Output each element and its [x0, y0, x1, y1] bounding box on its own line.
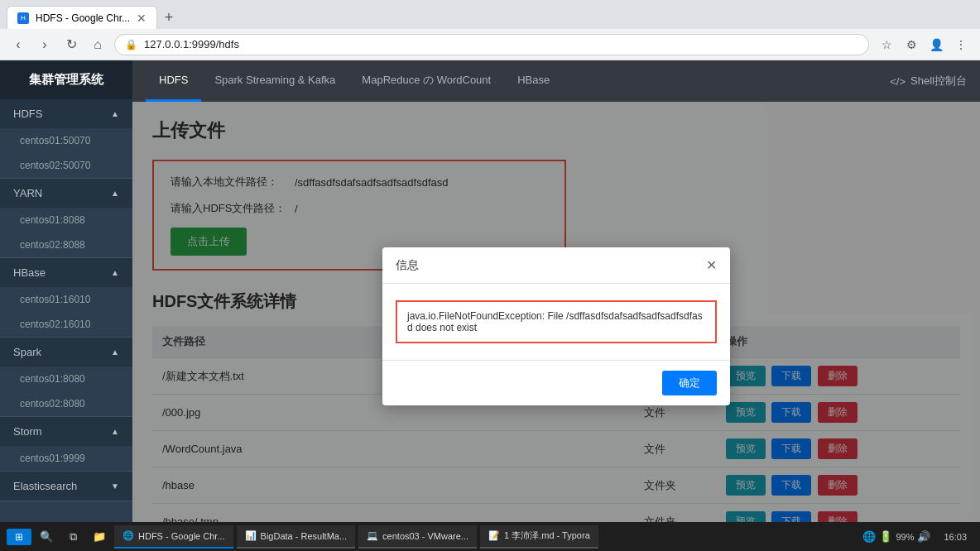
battery-icon[interactable]: 🔋: [879, 530, 892, 543]
sidebar-section-elasticsearch: Elasticsearch ▼: [0, 472, 132, 501]
sidebar-item-centos02-8088[interactable]: centos02:8088: [0, 232, 132, 257]
chevron-down-icon-es: ▼: [111, 482, 119, 491]
taskbar-bigdata-app[interactable]: 📊 BigData - ResultMa...: [237, 525, 356, 549]
sidebar-section-yarn: YARN ▲ centos01:8088 centos02:8088: [0, 179, 132, 258]
browser-tab-bar: H HDFS - Google Chr... ✕ +: [0, 0, 980, 29]
nav-item-hdfs[interactable]: HDFS: [146, 60, 201, 102]
home-button[interactable]: ⌂: [88, 35, 108, 55]
tab-close-button[interactable]: ✕: [137, 12, 147, 25]
taskbar-typora-app[interactable]: 📝 1 李沛泽.md - Typora: [480, 525, 598, 549]
reload-button[interactable]: ↻: [61, 35, 81, 55]
taskbar-right: 🌐 🔋 99% 🔊 16:03: [862, 530, 973, 543]
bigdata-app-label: BigData - ResultMa...: [261, 531, 348, 541]
taskbar-chrome-app[interactable]: 🌐 HDFS - Google Chr...: [114, 525, 233, 549]
nav-item-spark-streaming[interactable]: Spark Streaming & Kafka: [201, 60, 348, 102]
bookmark-icon[interactable]: ☆: [876, 34, 897, 55]
sidebar-section-header-yarn[interactable]: YARN ▲: [0, 179, 132, 208]
chevron-up-icon-spark: ▲: [111, 347, 119, 357]
sidebar-section-header-storm[interactable]: Storm ▲: [0, 417, 132, 446]
sidebar-section-header-hdfs[interactable]: HDFS ▲: [0, 99, 132, 128]
sidebar-section-header-elasticsearch[interactable]: Elasticsearch ▼: [0, 472, 132, 501]
shell-code-icon: </>: [890, 75, 906, 88]
new-tab-button[interactable]: +: [157, 6, 180, 29]
sidebar-item-centos01-8088[interactable]: centos01:8088: [0, 208, 132, 232]
modal-footer: 确定: [382, 360, 730, 405]
sidebar-title: 集群管理系统: [0, 60, 132, 99]
chevron-up-icon: ▲: [111, 109, 119, 118]
address-bar[interactable]: 🔒 127.0.0.1:9999/hdfs: [114, 34, 869, 55]
address-bar-row: ‹ › ↻ ⌂ 🔒 127.0.0.1:9999/hdfs ☆ ⚙ 👤 ⋮: [0, 29, 980, 60]
vmware-app-label: centos03 - VMware...: [382, 531, 468, 541]
taskbar-search-icon[interactable]: 🔍: [35, 525, 58, 549]
sidebar-section-header-spark[interactable]: Spark ▲: [0, 338, 132, 367]
modal-close-button[interactable]: ✕: [706, 257, 717, 273]
chevron-up-icon-storm: ▲: [111, 427, 119, 436]
forward-button[interactable]: ›: [35, 35, 55, 55]
tab-favicon: H: [17, 12, 29, 24]
chrome-app-icon: 🌐: [122, 530, 134, 541]
content-area: 上传文件 请输入本地文件路径： /sdffasdfsdafsadfsadfsad…: [132, 102, 980, 551]
active-tab[interactable]: H HDFS - Google Chr... ✕: [7, 6, 157, 29]
sidebar-item-centos01-16010[interactable]: centos01:16010: [0, 287, 132, 312]
sidebar-section-hbase: HBase ▲ centos01:16010 centos02:16010: [0, 258, 132, 338]
taskbar-vmware-app[interactable]: 💻 centos03 - VMware...: [358, 525, 477, 549]
taskbar: ⊞ 🔍 ⧉ 📁 🌐 HDFS - Google Chr... 📊 BigData…: [0, 522, 980, 551]
typora-app-label: 1 李沛泽.md - Typora: [504, 529, 590, 542]
battery-percent: 99%: [896, 532, 914, 542]
modal-confirm-button[interactable]: 确定: [662, 371, 717, 395]
address-text: 127.0.0.1:9999/hdfs: [144, 38, 239, 50]
modal-header: 信息 ✕: [382, 247, 730, 284]
sidebar-section-header-hbase[interactable]: HBase ▲: [0, 258, 132, 287]
typora-app-icon: 📝: [488, 530, 500, 541]
modal-body: java.io.FileNotFoundException: File /sdf…: [382, 284, 730, 360]
sidebar-item-centos02-50070[interactable]: centos02:50070: [0, 153, 132, 178]
sidebar-section-spark: Spark ▲ centos01:8080 centos02:8080: [0, 338, 132, 417]
sidebar-item-centos01-8080[interactable]: centos01:8080: [0, 367, 132, 391]
sidebar-item-centos02-8080[interactable]: centos02:8080: [0, 391, 132, 416]
clock-time: 16:03: [944, 532, 967, 542]
main-content: HDFS Spark Streaming & Kafka MapReduce の…: [132, 60, 980, 551]
network-icon[interactable]: 🌐: [862, 530, 876, 543]
sidebar-section-label-storm: Storm: [13, 425, 42, 438]
user-icon[interactable]: 👤: [925, 34, 947, 55]
back-button[interactable]: ‹: [8, 35, 28, 55]
nav-item-hbase[interactable]: HBase: [504, 60, 563, 102]
sidebar-item-centos01-9999[interactable]: centos01:9999: [0, 446, 132, 471]
nav-item-mapreduce[interactable]: MapReduce の WordCount: [348, 60, 504, 102]
modal-overlay: 信息 ✕ java.io.FileNotFoundException: File…: [132, 102, 980, 551]
sidebar-section-label-spark: Spark: [13, 346, 41, 358]
app-container: 集群管理系统 HDFS ▲ centos01:50070 centos02:50…: [0, 60, 980, 551]
vmware-app-icon: 💻: [367, 530, 378, 541]
chevron-up-icon-yarn: ▲: [111, 189, 119, 198]
modal-dialog: 信息 ✕ java.io.FileNotFoundException: File…: [382, 247, 730, 405]
chevron-up-icon-hbase: ▲: [111, 268, 119, 277]
sidebar-section-label-hdfs: HDFS: [13, 108, 42, 120]
taskbar-file-explorer-icon[interactable]: 📁: [88, 525, 111, 549]
sidebar-item-centos02-16010[interactable]: centos02:16010: [0, 312, 132, 337]
modal-error-message: java.io.FileNotFoundException: File /sdf…: [396, 300, 717, 343]
bigdata-app-icon: 📊: [245, 530, 257, 541]
tab-title: HDFS - Google Chr...: [36, 12, 130, 24]
start-button[interactable]: ⊞: [7, 529, 31, 545]
taskbar-task-view-icon[interactable]: ⧉: [61, 525, 84, 549]
lock-icon: 🔒: [125, 39, 137, 50]
volume-icon[interactable]: 🔊: [917, 530, 930, 543]
system-tray: 🌐 🔋 99% 🔊: [862, 530, 930, 543]
chrome-app-label: HDFS - Google Chr...: [138, 531, 225, 541]
extension-icon[interactable]: ⚙: [901, 34, 922, 55]
menu-icon[interactable]: ⋮: [950, 34, 972, 55]
top-nav: HDFS Spark Streaming & Kafka MapReduce の…: [132, 60, 980, 102]
sidebar-section-label-hbase: HBase: [13, 266, 46, 279]
nav-item-shell[interactable]: </> Shell控制台: [890, 74, 967, 89]
sidebar-section-label-yarn: YARN: [13, 187, 42, 199]
sidebar-section-hdfs: HDFS ▲ centos01:50070 centos02:50070: [0, 99, 132, 179]
sidebar-section-storm: Storm ▲ centos01:9999: [0, 417, 132, 472]
sidebar-item-centos01-50070[interactable]: centos01:50070: [0, 128, 132, 153]
modal-title: 信息: [396, 258, 419, 273]
sidebar-section-label-elasticsearch: Elasticsearch: [13, 480, 77, 492]
sidebar: 集群管理系统 HDFS ▲ centos01:50070 centos02:50…: [0, 60, 132, 551]
shell-label: Shell控制台: [910, 74, 967, 89]
toolbar-icons: ☆ ⚙ 👤 ⋮: [876, 34, 972, 55]
clock: 16:03: [937, 532, 973, 542]
